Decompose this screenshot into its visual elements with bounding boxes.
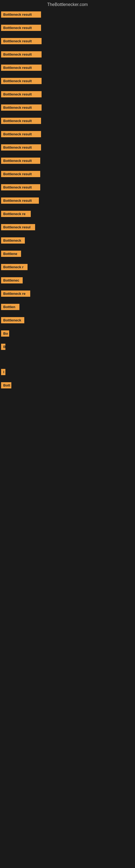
list-item: Bottleneck result <box>1 130 135 140</box>
spacer <box>1 416 135 438</box>
spacer <box>1 481 135 503</box>
list-item: Bottleneck <box>1 316 135 326</box>
bottleneck-result-label: Bottleneck result <box>1 184 40 190</box>
list-item: Bottlene <box>1 250 135 259</box>
list-item: Bottleneck re <box>1 210 135 219</box>
list-item: Bottleneck result <box>1 170 135 179</box>
list-item: Bottleneck result <box>1 77 135 86</box>
list-item: Bott <box>1 381 135 391</box>
list-item <box>1 356 135 364</box>
spacer <box>1 394 135 416</box>
site-title: TheBottlenecker.com <box>0 0 135 9</box>
list-item: Bottleneck result <box>1 90 135 99</box>
bottleneck-result-label: Bottleneck result <box>1 118 41 124</box>
spacer <box>1 460 135 481</box>
spacer <box>1 438 135 460</box>
bottleneck-result-label: Bottleneck result <box>1 38 42 44</box>
bottleneck-result-label: Bottleneck result <box>1 51 42 58</box>
list-item: Bottleneck result <box>1 50 135 60</box>
list-item: Bottlenec <box>1 276 135 286</box>
bottleneck-result-label: Bottleneck result <box>1 197 39 204</box>
bottleneck-result-label: Bottleneck result <box>1 11 41 18</box>
bottleneck-result-label: Bottleneck r <box>1 264 28 270</box>
list-item: Bottleneck re <box>1 289 135 299</box>
list-item: Bottleneck result <box>1 143 135 153</box>
bottleneck-result-label: Bo <box>1 330 9 337</box>
bottleneck-result-label: Bottlene <box>1 251 21 257</box>
bottleneck-result-label: Bottleneck result <box>1 104 42 111</box>
bottleneck-result-label: B <box>1 344 5 350</box>
bottleneck-result-label: Bottleneck <box>1 317 24 323</box>
bottleneck-result-label: Bottleneck result <box>1 131 41 137</box>
bottleneck-result-label: Bottleneck result <box>1 158 40 164</box>
spacer <box>1 546 135 568</box>
list-item: Bottleneck r <box>1 263 135 272</box>
list-item: Bottleneck result <box>1 117 135 126</box>
bottleneck-result-label: Bottleneck resul <box>1 224 35 230</box>
list-item: Bottleneck result <box>1 24 135 33</box>
list-item: Bottleneck result <box>1 156 135 166</box>
items-container: Bottleneck resultBottleneck resultBottle… <box>0 9 135 568</box>
bottleneck-result-label: Bottleneck re <box>1 290 30 297</box>
list-item: Bottleneck <box>1 236 135 246</box>
bottleneck-result-label: Bottleneck re <box>1 211 31 217</box>
list-item: Bottleneck result <box>1 196 135 206</box>
list-item: Bottleneck result <box>1 37 135 46</box>
list-item: Bottleneck result <box>1 10 135 20</box>
bottleneck-result-label: Bott <box>1 382 11 389</box>
bottleneck-result-label: Bottlen <box>1 304 19 310</box>
spacer <box>1 525 135 546</box>
list-item: B <box>1 343 135 352</box>
bottleneck-result-label: I <box>1 369 5 375</box>
bottleneck-result-label: Bottleneck result <box>1 78 42 84</box>
bottleneck-result-label: Bottleneck <box>1 237 25 244</box>
bottleneck-result-label: Bottleneck result <box>1 144 41 151</box>
bottleneck-result-label: Bottleneck result <box>1 91 42 97</box>
bottleneck-result-label: Bottlenec <box>1 277 23 283</box>
list-item: Bottleneck resul <box>1 223 135 232</box>
bottleneck-result-label: Bottleneck result <box>1 171 40 177</box>
list-item: Bo <box>1 329 135 339</box>
bottleneck-result-label: Bottleneck result <box>1 25 41 31</box>
spacer <box>1 503 135 525</box>
list-item: Bottleneck result <box>1 183 135 193</box>
list-item: Bottleneck result <box>1 63 135 73</box>
list-item: Bottleneck result <box>1 103 135 113</box>
list-item: I <box>1 368 135 377</box>
list-item: Bottlen <box>1 303 135 312</box>
bottleneck-result-label: Bottleneck result <box>1 65 42 71</box>
